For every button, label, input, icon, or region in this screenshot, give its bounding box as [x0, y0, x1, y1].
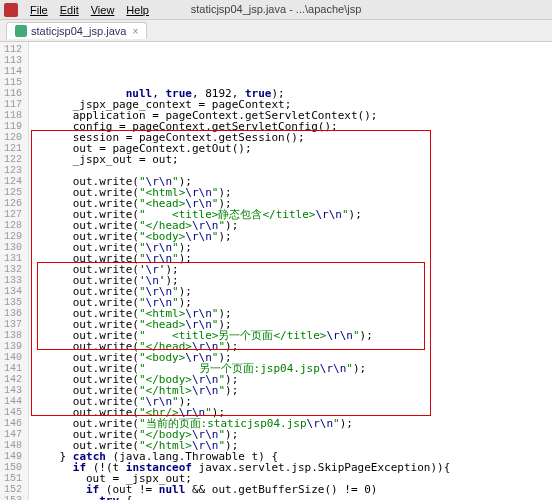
- line-number: 130: [4, 242, 22, 253]
- tab-bar: staticjsp04_jsp.java ×: [0, 20, 552, 42]
- app-icon: [4, 3, 18, 17]
- line-number: 121: [4, 143, 22, 154]
- line-number: 134: [4, 286, 22, 297]
- line-number: 135: [4, 297, 22, 308]
- menu-edit[interactable]: Edit: [54, 2, 85, 18]
- line-number: 122: [4, 154, 22, 165]
- line-number: 114: [4, 66, 22, 77]
- java-file-icon: [15, 25, 27, 37]
- line-number: 146: [4, 418, 22, 429]
- code-area[interactable]: null, true, 8192, true); _jspx_page_cont…: [29, 42, 450, 500]
- tab-label: staticjsp04_jsp.java: [31, 25, 126, 37]
- line-number: 126: [4, 198, 22, 209]
- line-number: 124: [4, 176, 22, 187]
- editor-pane[interactable]: 1121131141151161171181191201211221231241…: [0, 42, 552, 500]
- code-line[interactable]: _jspx_out = out;: [33, 154, 450, 165]
- line-number: 137: [4, 319, 22, 330]
- menu-view[interactable]: View: [85, 2, 121, 18]
- line-number: 120: [4, 132, 22, 143]
- line-number: 142: [4, 374, 22, 385]
- tab-active[interactable]: staticjsp04_jsp.java ×: [6, 22, 147, 39]
- line-number: 128: [4, 220, 22, 231]
- menu-file[interactable]: File: [24, 2, 54, 18]
- line-number: 153: [4, 495, 22, 500]
- line-number: 136: [4, 308, 22, 319]
- line-number: 119: [4, 121, 22, 132]
- line-number: 145: [4, 407, 22, 418]
- line-number: 140: [4, 352, 22, 363]
- line-number-gutter: 1121131141151161171181191201211221231241…: [0, 42, 29, 500]
- line-number: 147: [4, 429, 22, 440]
- line-number: 131: [4, 253, 22, 264]
- line-number: 144: [4, 396, 22, 407]
- line-number: 117: [4, 99, 22, 110]
- line-number: 151: [4, 473, 22, 484]
- line-number: 123: [4, 165, 22, 176]
- window-title: staticjsp04_jsp.java - ...\apache\jsp: [191, 3, 362, 15]
- line-number: 112: [4, 44, 22, 55]
- line-number: 132: [4, 264, 22, 275]
- line-number: 127: [4, 209, 22, 220]
- line-number: 115: [4, 77, 22, 88]
- line-number: 149: [4, 451, 22, 462]
- line-number: 139: [4, 341, 22, 352]
- line-number: 118: [4, 110, 22, 121]
- line-number: 113: [4, 55, 22, 66]
- menu-help[interactable]: Help: [120, 2, 155, 18]
- line-number: 133: [4, 275, 22, 286]
- line-number: 152: [4, 484, 22, 495]
- line-number: 143: [4, 385, 22, 396]
- line-number: 116: [4, 88, 22, 99]
- line-number: 125: [4, 187, 22, 198]
- close-icon[interactable]: ×: [132, 26, 138, 37]
- menu-bar: File Edit View Help staticjsp04_jsp.java…: [0, 0, 552, 20]
- line-number: 150: [4, 462, 22, 473]
- line-number: 129: [4, 231, 22, 242]
- line-number: 141: [4, 363, 22, 374]
- line-number: 138: [4, 330, 22, 341]
- line-number: 148: [4, 440, 22, 451]
